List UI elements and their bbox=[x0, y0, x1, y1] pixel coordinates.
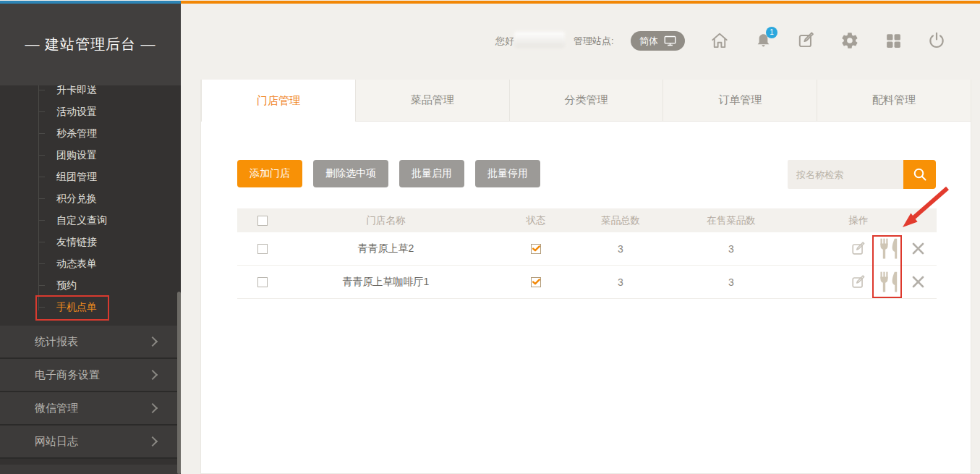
search-input[interactable] bbox=[788, 160, 903, 189]
col-header-status: 状态 bbox=[484, 214, 588, 227]
sidebar-group-label: 微信管理 bbox=[35, 402, 78, 415]
tab-label: 分类管理 bbox=[564, 93, 608, 107]
total-dishes-cell: 3 bbox=[588, 276, 653, 288]
actions-cell bbox=[809, 238, 937, 259]
sidebar-group-item[interactable]: 微信管理 bbox=[0, 392, 181, 426]
settings-gear-icon[interactable] bbox=[840, 31, 859, 50]
bell-icon[interactable]: 1 bbox=[754, 31, 772, 50]
tab-label: 配料管理 bbox=[872, 93, 916, 107]
search-icon bbox=[912, 166, 928, 182]
sidebar-group-label: 统计报表 bbox=[35, 335, 78, 349]
sidebar-group-label: 电子商务设置 bbox=[35, 368, 100, 382]
sidebar-menu-item-label: 积分兑换 bbox=[56, 192, 97, 204]
sidebar-group-item[interactable]: 统计报表 bbox=[0, 326, 181, 359]
col-header-actions: 操作 bbox=[809, 214, 937, 227]
sidebar-group-filler bbox=[0, 465, 181, 474]
sidebar-menu-item[interactable]: 积分兑换 bbox=[0, 187, 181, 209]
tab-label: 菜品管理 bbox=[411, 93, 454, 107]
header-icon-row: 1 bbox=[710, 31, 946, 50]
sidebar-menu-item-label: 团购设置 bbox=[56, 149, 97, 161]
sidebar-menu-item-label: 预约 bbox=[56, 279, 77, 291]
status-checkbox[interactable] bbox=[531, 244, 541, 254]
store-name-cell: 青青原上草咖啡厅1 bbox=[288, 276, 484, 289]
main-panel: 门店管理 菜品管理 分类管理 订单管理 配料管理 添加门店 删除选中项 批量启用… bbox=[200, 80, 971, 474]
delete-selected-button[interactable]: 删除选中项 bbox=[313, 160, 388, 187]
sidebar-group-item[interactable]: 网站日志 bbox=[0, 426, 181, 459]
redacted-username bbox=[514, 32, 565, 48]
on-sale-dishes-cell: 3 bbox=[653, 276, 809, 288]
sidebar-menu-item-label: 组团管理 bbox=[56, 171, 97, 182]
store-name-cell: 青青原上草2 bbox=[288, 242, 484, 255]
sidebar-menu-item[interactable]: 团购设置 bbox=[0, 144, 181, 166]
select-all-checkbox[interactable] bbox=[257, 216, 268, 226]
batch-disable-button[interactable]: 批量停用 bbox=[475, 160, 540, 187]
tab[interactable]: 配料管理 bbox=[817, 80, 971, 122]
dishes-fork-knife-icon[interactable] bbox=[878, 238, 900, 259]
language-label: 简体 bbox=[639, 35, 658, 48]
row-checkbox[interactable] bbox=[257, 277, 268, 287]
dishes-fork-knife-icon[interactable] bbox=[878, 271, 900, 292]
check-icon bbox=[532, 279, 540, 285]
sidebar-menu: 升卡即送 活动设置 秒杀管理 团购设置 组团管理 积分兑换 自定义查询 bbox=[0, 79, 181, 318]
total-dishes-cell: 3 bbox=[588, 243, 653, 255]
sidebar-menu-item-label: 升卡即送 bbox=[56, 84, 97, 96]
sidebar-menu-item[interactable]: 预约 bbox=[0, 274, 181, 296]
table-row: 青青原上草2 3 3 bbox=[237, 232, 937, 266]
sidebar-menu-item-label: 手机点单 bbox=[56, 301, 97, 313]
home-icon[interactable] bbox=[710, 31, 729, 50]
status-checkbox[interactable] bbox=[531, 277, 541, 287]
sidebar-menu-item-label: 秒杀管理 bbox=[56, 127, 97, 139]
table-row: 青青原上草咖啡厅1 3 3 bbox=[237, 266, 937, 299]
edit-row-icon[interactable] bbox=[851, 241, 866, 257]
col-header-on-sale-dishes: 在售菜品数 bbox=[653, 214, 809, 227]
tab[interactable]: 门店管理 bbox=[201, 80, 355, 122]
sidebar-group-label: 网站日志 bbox=[35, 435, 78, 449]
chevron-right-icon bbox=[148, 370, 158, 380]
add-store-button[interactable]: 添加门店 bbox=[237, 160, 302, 187]
sidebar-menu-item[interactable]: 手机点单 bbox=[0, 296, 181, 318]
greeting-text: 您好 bbox=[495, 35, 514, 48]
tab-label: 订单管理 bbox=[718, 93, 762, 107]
power-icon[interactable] bbox=[927, 31, 946, 50]
chevron-right-icon bbox=[148, 436, 158, 447]
edit-icon[interactable] bbox=[797, 31, 816, 50]
tab[interactable]: 分类管理 bbox=[509, 80, 663, 122]
tab-bar: 门店管理 菜品管理 分类管理 订单管理 配料管理 bbox=[201, 80, 971, 122]
tab-label: 门店管理 bbox=[257, 94, 300, 108]
chevron-right-icon bbox=[148, 337, 158, 347]
sidebar-menu-item[interactable]: 活动设置 bbox=[0, 101, 181, 122]
app-header: 您好 管理站点: 简体 1 bbox=[181, 0, 980, 80]
sidebar-scrollbar[interactable] bbox=[177, 292, 181, 474]
search-button[interactable] bbox=[903, 160, 936, 189]
sidebar-menu-item[interactable]: 组团管理 bbox=[0, 166, 181, 187]
check-icon bbox=[532, 245, 540, 252]
language-site-button[interactable]: 简体 bbox=[631, 31, 685, 51]
batch-enable-button[interactable]: 批量启用 bbox=[399, 160, 464, 187]
actions-cell bbox=[809, 271, 937, 292]
col-header-store-name: 门店名称 bbox=[288, 214, 484, 227]
sidebar-menu-item[interactable]: 动态表单 bbox=[0, 253, 181, 274]
sidebar-groups: 统计报表 电子商务设置 微信管理 网站日志 bbox=[0, 326, 181, 459]
search-bar bbox=[788, 160, 936, 189]
tab[interactable]: 菜品管理 bbox=[355, 80, 509, 122]
sidebar-menu-item[interactable]: 友情链接 bbox=[0, 231, 181, 253]
delete-row-icon[interactable] bbox=[911, 275, 925, 289]
table-body: 青青原上草2 3 3 bbox=[237, 232, 937, 299]
toolbar: 添加门店 删除选中项 批量启用 批量停用 bbox=[237, 160, 540, 187]
apps-grid-icon[interactable] bbox=[884, 31, 903, 50]
app-logo: — 建站管理后台 — bbox=[0, 4, 181, 85]
delete-row-icon[interactable] bbox=[911, 242, 925, 255]
row-checkbox[interactable] bbox=[257, 244, 268, 254]
edit-row-icon[interactable] bbox=[851, 274, 866, 290]
sidebar-menu-item[interactable]: 自定义查询 bbox=[0, 209, 181, 231]
sidebar-menu-item[interactable]: 秒杀管理 bbox=[0, 122, 181, 144]
monitor-icon bbox=[664, 35, 676, 46]
manage-site-label: 管理站点: bbox=[574, 35, 614, 48]
sidebar-menu-item-label: 友情链接 bbox=[56, 236, 97, 247]
stores-table: 门店名称 状态 菜品总数 在售菜品数 操作 青青原上草2 bbox=[237, 208, 937, 299]
sidebar-menu-item-label: 动态表单 bbox=[56, 258, 97, 269]
col-header-total-dishes: 菜品总数 bbox=[588, 214, 653, 227]
tab[interactable]: 订单管理 bbox=[662, 80, 817, 122]
sidebar-group-item[interactable]: 电子商务设置 bbox=[0, 359, 181, 392]
chevron-right-icon bbox=[148, 403, 158, 413]
